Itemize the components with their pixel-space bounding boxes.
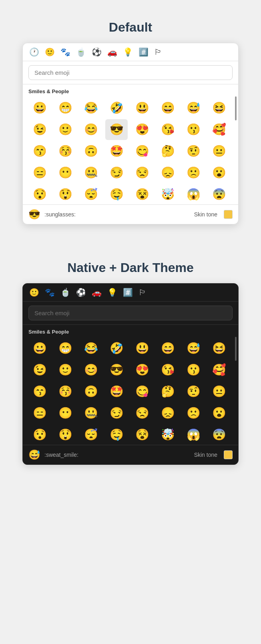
- emoji-cell[interactable]: 😯: [28, 424, 51, 445]
- emoji-cell[interactable]: 🙁: [182, 162, 205, 183]
- category-symbols-icon[interactable]: #️⃣: [138, 47, 149, 57]
- emoji-cell[interactable]: 🤩: [105, 381, 128, 402]
- emoji-cell[interactable]: 😵: [131, 424, 153, 445]
- emoji-cell[interactable]: 😍: [131, 360, 153, 380]
- emoji-cell[interactable]: 😮: [208, 403, 230, 424]
- category-travel-icon-dark[interactable]: 🚗: [91, 288, 102, 297]
- emoji-cell[interactable]: 🤐: [80, 403, 102, 424]
- emoji-cell[interactable]: 😄: [157, 98, 179, 118]
- emoji-cell[interactable]: 😆: [208, 98, 230, 118]
- emoji-cell[interactable]: 😶: [54, 403, 76, 424]
- emoji-cell[interactable]: 😅: [182, 338, 205, 359]
- emoji-cell[interactable]: 🤣: [105, 98, 128, 118]
- emoji-cell[interactable]: 😲: [54, 424, 76, 445]
- emoji-cell[interactable]: 😒: [131, 162, 153, 183]
- emoji-cell[interactable]: 🤯: [157, 184, 179, 204]
- emoji-cell[interactable]: 😋: [131, 141, 153, 162]
- category-smileys-icon-dark[interactable]: 🙂: [28, 288, 40, 297]
- skin-tone-swatch-default[interactable]: [224, 210, 233, 219]
- emoji-cell[interactable]: 😱: [182, 424, 205, 445]
- emoji-cell[interactable]: 😊: [80, 360, 102, 380]
- emoji-cell[interactable]: 😂: [80, 338, 102, 359]
- search-input-default[interactable]: [28, 65, 233, 80]
- category-objects-icon-dark[interactable]: 💡: [106, 288, 118, 297]
- category-animals-icon-dark[interactable]: 🐾: [44, 288, 56, 297]
- emoji-cell-selected[interactable]: 😎: [105, 119, 128, 140]
- emoji-cell[interactable]: 😴: [80, 424, 102, 445]
- emoji-cell[interactable]: 😆: [208, 338, 230, 359]
- emoji-cell[interactable]: 😁: [54, 98, 76, 118]
- emoji-cell[interactable]: 😋: [131, 381, 153, 402]
- search-input-dark[interactable]: [28, 306, 233, 320]
- emoji-cell[interactable]: 🥰: [208, 360, 230, 380]
- emoji-cell[interactable]: 😎: [105, 360, 128, 380]
- emoji-cell[interactable]: 😊: [80, 119, 102, 140]
- category-symbols-icon-dark[interactable]: #️⃣: [122, 288, 134, 297]
- category-flags-icon[interactable]: 🏳: [153, 47, 163, 57]
- category-food-icon-dark[interactable]: 🍵: [60, 288, 71, 297]
- emoji-cell[interactable]: 😀: [28, 98, 51, 118]
- emoji-cell[interactable]: 😗: [182, 360, 205, 380]
- emoji-cell[interactable]: 🤐: [80, 162, 102, 183]
- emoji-cell[interactable]: 😚: [54, 381, 76, 402]
- emoji-cell[interactable]: 😅: [182, 98, 205, 118]
- emoji-cell[interactable]: 😉: [28, 360, 51, 380]
- emoji-cell[interactable]: 😘: [157, 119, 179, 140]
- emoji-cell[interactable]: 🤔: [157, 141, 179, 162]
- emoji-cell[interactable]: 😞: [157, 403, 179, 424]
- emoji-cell[interactable]: 😴: [80, 184, 102, 204]
- emoji-cell[interactable]: 🤩: [105, 141, 128, 162]
- emoji-cell[interactable]: 🤨: [182, 141, 205, 162]
- emoji-cell[interactable]: 😐: [208, 141, 230, 162]
- emoji-cell[interactable]: 😮: [208, 162, 230, 183]
- emoji-cell[interactable]: 😱: [182, 184, 205, 204]
- emoji-cell[interactable]: 🤣: [105, 338, 128, 359]
- emoji-cell[interactable]: 😞: [157, 162, 179, 183]
- emoji-cell[interactable]: 😍: [131, 119, 153, 140]
- emoji-cell[interactable]: 😀: [28, 338, 51, 359]
- emoji-cell[interactable]: 😏: [105, 162, 128, 183]
- emoji-cell[interactable]: 🙁: [182, 403, 205, 424]
- emoji-cell[interactable]: 😨: [208, 184, 230, 204]
- emoji-cell[interactable]: 😁: [54, 338, 76, 359]
- emoji-cell[interactable]: 😘: [157, 360, 179, 380]
- emoji-cell[interactable]: 😵: [131, 184, 153, 204]
- emoji-cell[interactable]: 😚: [54, 141, 76, 162]
- emoji-cell[interactable]: 🤔: [157, 381, 179, 402]
- emoji-cell[interactable]: 🥰: [208, 119, 230, 140]
- emoji-cell[interactable]: 🙃: [80, 141, 102, 162]
- emoji-cell[interactable]: 😙: [28, 381, 51, 402]
- skin-tone-swatch-dark[interactable]: [224, 450, 233, 459]
- category-food-icon[interactable]: 🍵: [75, 47, 87, 57]
- category-sports-icon-dark[interactable]: ⚽: [75, 288, 87, 297]
- emoji-cell[interactable]: 😑: [28, 162, 51, 183]
- category-objects-icon[interactable]: 💡: [122, 47, 134, 57]
- emoji-cell[interactable]: 😏: [105, 403, 128, 424]
- emoji-cell[interactable]: 🤤: [105, 184, 128, 204]
- category-sports-icon[interactable]: ⚽: [91, 47, 102, 57]
- emoji-cell[interactable]: 😑: [28, 403, 51, 424]
- emoji-cell[interactable]: 🙃: [80, 381, 102, 402]
- category-travel-icon[interactable]: 🚗: [106, 47, 118, 57]
- emoji-cell[interactable]: 😲: [54, 184, 76, 204]
- emoji-cell[interactable]: 🤯: [157, 424, 179, 445]
- emoji-cell[interactable]: 😉: [28, 119, 51, 140]
- emoji-cell[interactable]: 😃: [131, 98, 153, 118]
- category-flags-icon-dark[interactable]: 🏳: [138, 288, 147, 297]
- emoji-cell[interactable]: 🤨: [182, 381, 205, 402]
- emoji-cell[interactable]: 😯: [28, 184, 51, 204]
- category-smileys-icon[interactable]: 🙂: [44, 47, 56, 57]
- emoji-cell[interactable]: 😃: [131, 338, 153, 359]
- category-animals-icon[interactable]: 🐾: [60, 47, 71, 57]
- emoji-cell[interactable]: 😐: [208, 381, 230, 402]
- emoji-cell[interactable]: 🤤: [105, 424, 128, 445]
- emoji-cell[interactable]: 😒: [131, 403, 153, 424]
- emoji-cell[interactable]: 😶: [54, 162, 76, 183]
- emoji-cell[interactable]: 😨: [208, 424, 230, 445]
- emoji-cell[interactable]: 🙂: [54, 360, 76, 380]
- category-recent-icon[interactable]: 🕐: [28, 47, 40, 57]
- emoji-cell[interactable]: 😂: [80, 98, 102, 118]
- emoji-cell[interactable]: 😄: [157, 338, 179, 359]
- emoji-cell[interactable]: 🙂: [54, 119, 76, 140]
- emoji-cell[interactable]: 😗: [182, 119, 205, 140]
